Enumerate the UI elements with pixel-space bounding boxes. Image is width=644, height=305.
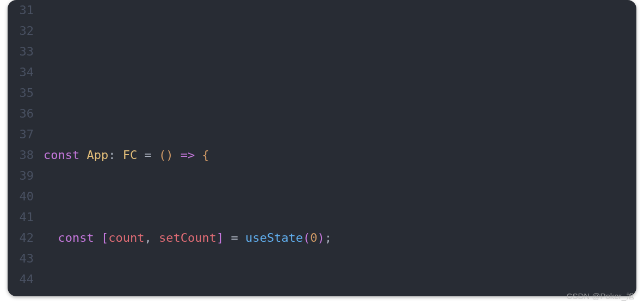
line-number: 34 [14,62,34,83]
code-line[interactable] [44,62,636,83]
line-number: 38 [14,145,34,166]
brace-open: { [202,145,209,166]
bracket-close: ] [216,228,224,248]
code-line[interactable]: const [count, setCount] = useState(0); [44,228,636,248]
identifier-count: count [108,228,144,248]
code-editor[interactable]: 31 32 33 34 35 36 37 38 39 40 41 42 43 4… [8,0,636,296]
line-number: 44 [14,269,34,290]
func-usestate: useState [245,228,303,248]
line-number: 43 [14,248,34,269]
line-number: 40 [14,186,34,207]
line-number-gutter: 31 32 33 34 35 36 37 38 39 40 41 42 43 4… [8,0,44,296]
keyword-const: const [44,145,79,166]
watermark-text: CSDN @Poker_旭 [567,291,634,302]
line-number: 36 [14,103,34,124]
number-zero: 0 [310,228,317,248]
type-fc: FC [123,145,138,166]
paren-close: ) [166,145,173,166]
keyword-const: const [58,228,94,248]
identifier-setcount: setCount [159,228,216,248]
paren-close: ) [317,228,324,248]
bracket-open: [ [101,228,108,248]
arrow: => [173,145,202,166]
equals: = [224,228,245,248]
comma: , [144,228,159,248]
line-number: 33 [14,41,34,62]
line-number: 37 [14,124,34,145]
line-number: 42 [14,228,34,248]
colon: : [108,145,123,166]
line-number: 39 [14,166,34,186]
line-number: 32 [14,21,34,41]
line-number: 35 [14,83,34,103]
code-line[interactable]: const App: FC = () => { [44,145,636,166]
code-area[interactable]: const App: FC = () => { const [count, se… [44,0,636,296]
paren-open: ( [303,228,310,248]
paren-open: ( [159,145,166,166]
semicolon: ; [325,228,332,248]
identifier-app: App [86,145,108,166]
line-number: 31 [14,0,34,21]
line-number: 41 [14,207,34,228]
equals: = [137,145,159,166]
